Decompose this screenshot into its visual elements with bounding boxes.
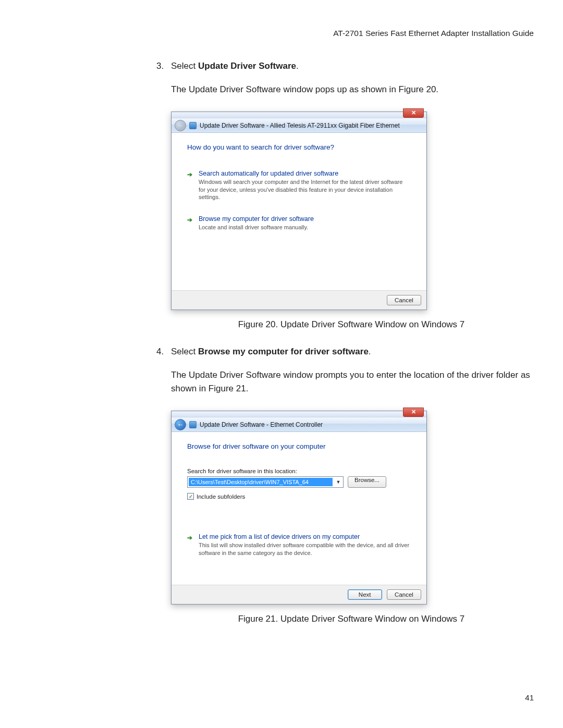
step-4-bold: Browse my computer for driver software (198, 347, 369, 356)
window-icon (189, 421, 197, 428)
dialog-title: Update Driver Software - Allied Telesis … (200, 122, 400, 129)
figure-20: ✕ ← Update Driver Software - Allied Tele… (171, 112, 532, 330)
figure-21: ✕ ← Update Driver Software - Ethernet Co… (171, 411, 532, 624)
figure-20-caption: Figure 20. Update Driver Software Window… (171, 319, 532, 330)
close-button[interactable]: ✕ (403, 108, 424, 118)
option-browse-computer[interactable]: ➔ Browse my computer for driver software… (187, 213, 411, 238)
arrow-icon: ➔ (187, 216, 192, 224)
include-subfolders-checkbox[interactable]: ✓ (187, 493, 194, 500)
include-subfolders-label: Include subfolders (197, 493, 245, 500)
dialog-footer: Cancel (172, 290, 426, 310)
location-label: Search for driver software in this locat… (187, 468, 411, 474)
cancel-button[interactable]: Cancel (387, 295, 421, 305)
dialog-update-driver-2: ✕ ← Update Driver Software - Ethernet Co… (171, 411, 427, 604)
dialog-title: Update Driver Software - Ethernet Contro… (200, 421, 323, 428)
option-browse-title: Browse my computer for driver software (199, 215, 411, 223)
step-4-prefix: Select (171, 347, 198, 356)
dialog-update-driver-1: ✕ ← Update Driver Software - Allied Tele… (171, 112, 427, 310)
step-3-bold: Update Driver Software (198, 61, 296, 71)
option-pick-from-list[interactable]: ➔ Let me pick from a list of device driv… (187, 531, 411, 564)
next-button[interactable]: Next (348, 589, 382, 600)
option-search-auto-title: Search automatically for updated driver … (199, 170, 411, 177)
option-pick-desc: This list will show installed driver sof… (199, 541, 411, 557)
step-4-body: The Update Driver Software window prompt… (171, 368, 532, 395)
page-header: AT-2701 Series Fast Ethernet Adapter Ins… (333, 29, 534, 38)
step-4: 4.Select Browse my computer for driver s… (156, 346, 532, 395)
step-3-body: The Update Driver Software window pops u… (171, 83, 532, 96)
titlebar: ✕ (172, 411, 426, 417)
step-3-suffix: . (296, 61, 299, 71)
arrow-icon: ➔ (187, 534, 192, 541)
step-3: 3.Select Update Driver Software. The Upd… (156, 60, 532, 96)
step-3-prefix: Select (171, 61, 198, 71)
dialog-heading: How do you want to search for driver sof… (187, 143, 411, 151)
back-button[interactable]: ← (175, 120, 186, 131)
chevron-down-icon[interactable]: ▼ (334, 479, 343, 485)
figure-21-caption: Figure 21. Update Driver Software Window… (171, 614, 532, 624)
browse-button[interactable]: Browse... (348, 476, 386, 488)
dialog-heading: Browse for driver software on your compu… (187, 442, 411, 450)
main-content: 3.Select Update Driver Software. The Upd… (156, 60, 532, 640)
window-icon (189, 122, 197, 129)
path-combobox[interactable]: C:\Users\Test\Desktop\driver\WIN7_VISTA_… (187, 476, 344, 488)
page-number: 41 (525, 693, 534, 702)
cancel-button[interactable]: Cancel (387, 589, 421, 600)
option-search-auto[interactable]: ➔ Search automatically for updated drive… (187, 168, 411, 208)
close-button[interactable]: ✕ (403, 408, 424, 417)
step-4-number: 4. (156, 346, 171, 358)
back-button[interactable]: ← (175, 419, 186, 430)
navbar: ← Update Driver Software - Ethernet Cont… (172, 417, 426, 432)
option-browse-desc: Locate and install driver software manua… (199, 224, 411, 231)
titlebar: ✕ (172, 112, 426, 118)
step-3-number: 3. (156, 60, 171, 72)
option-pick-title: Let me pick from a list of device driver… (199, 533, 411, 540)
step-4-suffix: . (369, 347, 371, 356)
arrow-icon: ➔ (187, 171, 192, 178)
include-subfolders-row[interactable]: ✓ Include subfolders (187, 493, 411, 500)
path-value: C:\Users\Test\Desktop\driver\WIN7_VISTA_… (189, 478, 333, 486)
navbar: ← Update Driver Software - Allied Telesi… (172, 118, 426, 133)
dialog-footer: Next Cancel (172, 585, 426, 604)
option-search-auto-desc: Windows will search your computer and th… (199, 178, 411, 201)
